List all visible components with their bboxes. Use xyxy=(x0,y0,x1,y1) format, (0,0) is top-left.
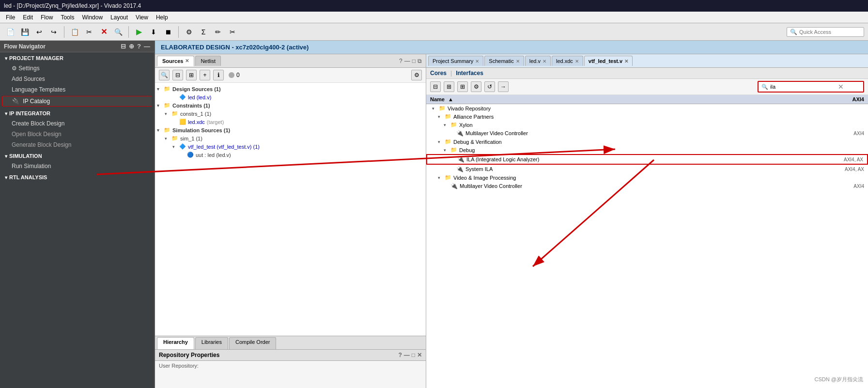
sources-search-button[interactable]: 🔍 xyxy=(159,70,170,80)
nav-section-rtl-analysis[interactable]: ▾ RTL ANALYSIS xyxy=(0,171,154,182)
misc2-button[interactable]: ✂ xyxy=(226,26,239,38)
tree-sim-sources[interactable]: ▾ 📁 Simulation Sources (1) xyxy=(155,126,426,134)
menu-tools[interactable]: Tools xyxy=(57,13,78,22)
ip-subheader-cores[interactable]: Cores xyxy=(430,70,447,77)
tree-vtf-led-test-label[interactable]: vtf_led_test (vtf_led_test.v) (1) xyxy=(188,144,260,150)
debug-button[interactable]: 🔍 xyxy=(112,26,124,38)
nav-item-generate-block-design[interactable]: Generate Block Design xyxy=(0,140,154,150)
tab-led-xdc[interactable]: led.xdc ✕ xyxy=(552,56,583,66)
tab-netlist[interactable]: Netlist xyxy=(195,56,221,66)
ip-tree-vivado-repo[interactable]: ▾ 📁 Vivado Repository xyxy=(426,104,868,112)
tab-schematic[interactable]: Schematic ✕ xyxy=(484,56,524,66)
ip-tree-system-ila[interactable]: 🔌 System ILA AXI4, AX xyxy=(426,165,868,173)
ip-tree-alliance-partners[interactable]: ▾ 📁 Alliance Partners xyxy=(426,112,868,121)
nav-item-add-sources[interactable]: Add Sources xyxy=(0,74,154,84)
ip-collapse-all-button[interactable]: ⊟ xyxy=(430,81,441,92)
repo-minimize-icon[interactable]: — xyxy=(404,352,410,358)
menu-layout[interactable]: Layout xyxy=(107,13,132,22)
tab-schematic-close[interactable]: ✕ xyxy=(516,59,520,64)
tree-led-v[interactable]: 🔷 led (led.v) xyxy=(155,93,426,101)
nav-item-settings[interactable]: ⚙ Settings xyxy=(0,63,154,74)
tab-led-v-close[interactable]: ✕ xyxy=(542,59,546,64)
ip-tree-multilayer-video[interactable]: 🔌 Multilayer Video Controller AXI4 xyxy=(426,182,868,190)
settings-icon[interactable]: ⊕ xyxy=(129,43,134,50)
save-button[interactable]: 💾 xyxy=(18,26,31,38)
tab-vtf-led-test-v-close[interactable]: ✕ xyxy=(624,59,628,64)
sources-add-button[interactable]: + xyxy=(200,70,210,80)
run-button[interactable]: ▶ xyxy=(133,26,145,38)
popout-tab-icon[interactable]: ⧉ xyxy=(418,58,422,64)
ip-tree-xylon[interactable]: ▾ 📁 Xylon xyxy=(426,121,868,129)
ip-subheader-interfaces[interactable]: Interfaces xyxy=(456,70,483,77)
ip-search-input[interactable] xyxy=(770,84,838,90)
sources-gear-button[interactable]: ⚙ xyxy=(411,70,422,80)
quick-access-input[interactable] xyxy=(799,29,862,35)
menu-flow[interactable]: Flow xyxy=(37,13,57,22)
tree-uut[interactable]: 🔵 uut : led (led.v) xyxy=(155,151,426,159)
nav-section-project-manager[interactable]: ▾ PROJECT MANAGER xyxy=(0,52,154,63)
tree-led-xdc[interactable]: 🟨 led.xdc (target) xyxy=(155,118,426,126)
tab-project-summary-close[interactable]: ✕ xyxy=(475,59,479,64)
tree-sim1[interactable]: ▾ 📁 sim_1 (1) xyxy=(155,134,426,142)
nav-section-ip-integrator[interactable]: ▾ IP INTEGRATOR xyxy=(0,108,154,118)
maximize-tab-icon[interactable]: □ xyxy=(412,58,416,64)
delete-button[interactable]: ✕ xyxy=(97,26,110,38)
tree-constraints[interactable]: ▾ 📁 Constraints (1) xyxy=(155,101,426,109)
menu-view[interactable]: View xyxy=(132,13,152,22)
new-project-button[interactable]: 📄 xyxy=(4,26,16,38)
ip-filter-button[interactable]: ⊞ xyxy=(457,81,468,92)
sigma-button[interactable]: Σ xyxy=(197,26,210,38)
sources-collapse-all-button[interactable]: ⊟ xyxy=(172,70,183,80)
redo-button[interactable]: ↪ xyxy=(47,26,60,38)
help-icon[interactable]: ? xyxy=(137,43,141,50)
menu-edit[interactable]: Edit xyxy=(19,13,37,22)
bottom-tab-libraries[interactable]: Libraries xyxy=(195,337,228,349)
tab-led-xdc-close[interactable]: ✕ xyxy=(575,59,579,64)
tab-led-v[interactable]: led.v ✕ xyxy=(525,56,551,66)
ip-search-box[interactable]: 🔍 ✕ xyxy=(758,81,864,93)
tree-design-sources[interactable]: ▾ 📁 Design Sources (1) xyxy=(155,85,426,93)
bottom-tab-compile-order[interactable]: Compile Order xyxy=(229,337,277,349)
cut-button[interactable]: ✂ xyxy=(83,26,95,38)
misc1-button[interactable]: ✏ xyxy=(212,26,224,38)
ip-tree-debug-verification[interactable]: ▾ 📁 Debug & Verification xyxy=(426,138,868,146)
ip-tree-video-processing[interactable]: ▾ 📁 Video & Image Processing xyxy=(426,173,868,182)
repo-close-icon[interactable]: ✕ xyxy=(417,352,422,358)
tree-led-xdc-label[interactable]: led.xdc xyxy=(188,119,205,125)
undo-button[interactable]: ↩ xyxy=(33,26,46,38)
menu-file[interactable]: File xyxy=(2,13,19,22)
nav-item-open-block-design[interactable]: Open Block Design xyxy=(0,129,154,140)
tab-sources[interactable]: Sources ✕ xyxy=(157,56,194,66)
copy-button[interactable]: 📋 xyxy=(68,26,81,38)
tree-constrs1[interactable]: ▾ 📁 constrs_1 (1) xyxy=(155,109,426,118)
ip-more-button[interactable]: → xyxy=(498,81,509,92)
bottom-tab-hierarchy[interactable]: Hierarchy xyxy=(157,337,194,349)
repo-maximize-icon[interactable]: □ xyxy=(412,352,415,358)
tab-sources-close[interactable]: ✕ xyxy=(185,58,189,63)
ip-tree-multilayer-xylon[interactable]: 🔌 Multilayer Video Controller AXI4 xyxy=(426,129,868,138)
collapse-icon[interactable]: ⊟ xyxy=(121,43,126,50)
nav-item-create-block-design[interactable]: Create Block Design xyxy=(0,118,154,129)
settings-button[interactable]: ⚙ xyxy=(183,26,195,38)
ip-refresh-button[interactable]: ↺ xyxy=(484,81,495,92)
menu-window[interactable]: Window xyxy=(78,13,107,22)
ip-tree-debug[interactable]: ▾ 📁 Debug xyxy=(426,146,868,154)
tree-led-v-label[interactable]: led (led.v) xyxy=(188,94,211,100)
nav-section-simulation[interactable]: ▾ SIMULATION xyxy=(0,150,154,161)
minimize-tab-icon[interactable]: — xyxy=(404,58,410,64)
ip-customize-button[interactable]: ⚙ xyxy=(471,81,481,92)
sources-expand-all-button[interactable]: ⊞ xyxy=(186,70,197,80)
tab-project-summary[interactable]: Project Summary ✕ xyxy=(428,56,483,66)
help-tab-icon[interactable]: ? xyxy=(399,58,403,64)
tab-vtf-led-test-v[interactable]: vtf_led_test.v ✕ xyxy=(584,56,633,66)
repo-help-icon[interactable]: ? xyxy=(398,352,402,358)
nav-item-ip-catalog[interactable]: 🔌 IP Catalog xyxy=(2,96,152,107)
menu-help[interactable]: Help xyxy=(152,13,172,22)
ip-expand-all-button[interactable]: ⊞ xyxy=(444,81,454,92)
tree-vtf-led-test[interactable]: ▾ 🔷 vtf_led_test (vtf_led_test.v) (1) xyxy=(155,142,426,151)
sources-info-button[interactable]: ℹ xyxy=(213,70,224,80)
nav-item-language-templates[interactable]: Language Templates xyxy=(0,84,154,95)
ip-search-clear-icon[interactable]: ✕ xyxy=(838,83,844,91)
quick-access-bar[interactable]: 🔍 xyxy=(787,27,864,37)
ip-tree-ila[interactable]: 🔌 ILA (Integrated Logic Analyzer) AXI4, … xyxy=(426,154,868,165)
